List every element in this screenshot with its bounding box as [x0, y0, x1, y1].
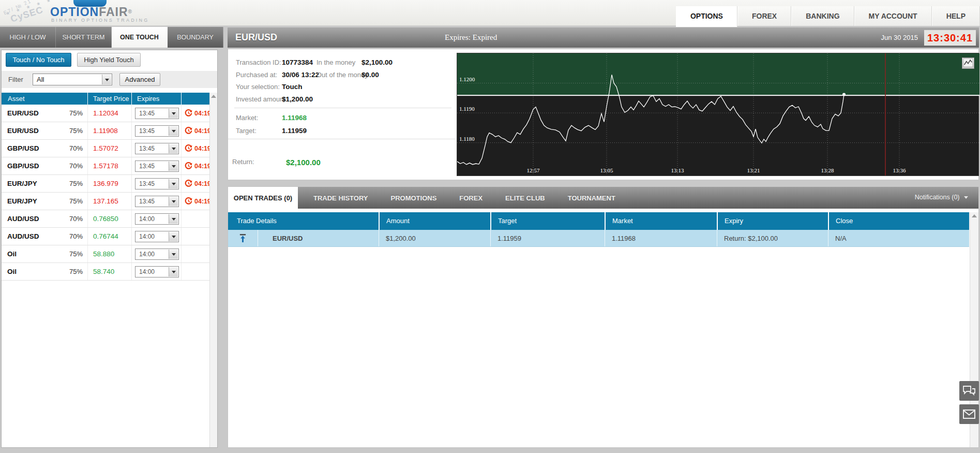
expiry-select[interactable]: 13:45: [135, 178, 179, 189]
transaction-id-row: Transaction ID: 10773384 In the money $2…: [228, 59, 456, 67]
countdown-clock-icon: [185, 127, 192, 135]
open-trade-row[interactable]: EUR/USD $1,200.00 1.11959 1.11968 Return…: [228, 230, 969, 247]
current-time: 13:30:41: [924, 30, 976, 46]
chevron-down-icon[interactable]: [169, 162, 178, 171]
axis-tick-label: 1.1190: [459, 106, 475, 112]
expiry-select-value: 13:45: [139, 127, 155, 135]
scroll-up-arrow-icon[interactable]: [211, 95, 216, 98]
countdown-cell: [181, 210, 210, 227]
expiry-select[interactable]: 13:45: [135, 196, 179, 207]
optionfair-logo[interactable]: OPTIONFAIR® BINARY OPTIONS TRADING: [50, 0, 149, 17]
chevron-down-icon[interactable]: [102, 75, 111, 84]
logo-part-fair: FAIR: [99, 5, 128, 19]
asset-list-scrollbar[interactable]: [209, 93, 217, 447]
chevron-down-icon[interactable]: [169, 179, 178, 188]
expiry-select[interactable]: 13:45: [135, 143, 179, 154]
countdown-cell: 04:19: [181, 157, 211, 174]
chevron-down-icon[interactable]: [169, 144, 178, 153]
chevron-down-icon[interactable]: [169, 197, 178, 206]
trades-tab-tournament[interactable]: TOURNAMENT: [556, 187, 627, 209]
purchased-at-label: Purchased at:: [236, 71, 277, 79]
asset-cell: Oil75%: [2, 263, 87, 280]
live-chat-button[interactable]: [959, 381, 979, 401]
nav-tab-forex[interactable]: FOREX: [737, 6, 791, 26]
timer-col-header: [181, 93, 210, 105]
nav-tab-banking[interactable]: BANKING: [791, 6, 854, 26]
target-price-line: [457, 95, 979, 96]
chevron-down-icon[interactable]: [169, 232, 178, 241]
trades-tab-elite-club[interactable]: ELITE CLUB: [494, 187, 556, 209]
asset-row[interactable]: GBP/USD70%1.5707213:4504:19: [2, 140, 210, 157]
email-button[interactable]: [959, 404, 979, 424]
trades-tab-promotions[interactable]: PROMOTIONS: [379, 187, 448, 209]
asset-name: EUR/JPY: [7, 197, 37, 205]
target-col-header: Target: [490, 212, 605, 230]
chart-type-button[interactable]: [962, 57, 974, 69]
chat-bubbles-icon: [962, 385, 976, 397]
filter-select[interactable]: All: [33, 74, 112, 85]
expiry-select-value: 13:45: [139, 145, 155, 152]
asset-row[interactable]: AUD/USD70%0.7685014:00: [2, 210, 210, 228]
expiry-select[interactable]: 14:00: [135, 249, 179, 260]
notifications-toggle[interactable]: Notifications (0): [915, 194, 968, 201]
expiry-select[interactable]: 14:00: [135, 266, 179, 277]
asset-row[interactable]: Oil75%58.74014:00: [2, 263, 210, 281]
purchased-at-value: 30/06 13:22: [282, 71, 319, 79]
trades-panel: OPEN TRADES (0)TRADE HISTORYPROMOTIONSFO…: [228, 186, 979, 448]
trade-asset: EUR/USD: [258, 230, 379, 246]
asset-payout: 70%: [69, 215, 87, 223]
asset-row[interactable]: EUR/JPY75%137.16513:4504:19: [2, 193, 210, 210]
chevron-down-icon[interactable]: [169, 126, 178, 136]
touch-up-icon: [239, 233, 247, 243]
expiry-select-value: 14:00: [139, 233, 155, 240]
target-label: Target:: [236, 127, 257, 135]
option-tab-high-low[interactable]: HIGH / LOW: [0, 27, 56, 48]
nav-tab-help[interactable]: HELP: [932, 6, 980, 26]
trade-expiry: Return: $2,100.00: [717, 230, 828, 246]
trades-tabbar: OPEN TRADES (0)TRADE HISTORYPROMOTIONSFO…: [228, 187, 978, 209]
advanced-button[interactable]: Advanced: [119, 73, 160, 86]
trades-tab-trade-history[interactable]: TRADE HISTORY: [302, 187, 379, 209]
nav-tab-options[interactable]: OPTIONS: [676, 6, 737, 27]
chevron-down-icon[interactable]: [169, 250, 178, 259]
option-tab-boundary[interactable]: BOUNDARY: [168, 27, 223, 48]
asset-cell: EUR/USD75%: [2, 122, 87, 139]
details-divider-2: [228, 139, 456, 139]
invested-amount-row: Invested amount: $1,200.00: [228, 95, 456, 104]
option-tab-short-term[interactable]: SHORT TERM: [56, 27, 112, 48]
logo-tagline: BINARY OPTIONS TRADING: [51, 18, 149, 23]
asset-row[interactable]: EUR/USD75%1.1190813:4504:19: [2, 122, 210, 140]
expiry-cell: 13:45: [131, 105, 181, 122]
chevron-down-icon[interactable]: [169, 214, 178, 224]
countdown-clock-icon: [185, 197, 192, 205]
purchased-at-row: Purchased at: 30/06 13:22 Out of the mon…: [228, 71, 456, 79]
countdown-cell: 04:19: [181, 175, 211, 192]
topbar: E7/ № 21 ★ ★ ★ ★ ★ ★ CySEC OPTIONFAIR® B…: [0, 0, 980, 26]
return-row: Return: $2,100.00: [228, 158, 456, 166]
asset-row[interactable]: Oil75%58.88014:00: [2, 245, 210, 263]
countdown-cell: [181, 228, 210, 245]
asset-row[interactable]: GBP/USD70%1.5717813:4504:19: [2, 157, 210, 175]
invested-amount-value: $1,200.00: [282, 95, 313, 103]
asset-row[interactable]: EUR/JPY75%136.97913:4504:19: [2, 175, 210, 193]
target-price-cell: 136.979: [87, 175, 131, 192]
expiry-select[interactable]: 13:45: [135, 108, 179, 119]
expiry-select[interactable]: 13:45: [135, 125, 179, 137]
touch-no-touch-button[interactable]: Touch / No Touch: [6, 53, 71, 67]
expiry-select-value: 14:00: [139, 215, 155, 223]
expiry-select[interactable]: 14:00: [135, 231, 179, 242]
expiry-select[interactable]: 13:45: [135, 160, 179, 172]
asset-row[interactable]: EUR/USD75%1.1203413:4504:19: [2, 105, 210, 122]
high-yield-touch-button[interactable]: High Yield Touch: [77, 53, 141, 67]
nav-tab-my-account[interactable]: MY ACCOUNT: [854, 6, 932, 26]
scroll-up-arrow-icon[interactable]: [972, 214, 977, 217]
option-tab-one-touch[interactable]: ONE TOUCH: [112, 27, 168, 48]
chevron-down-icon[interactable]: [169, 267, 178, 276]
price-chart[interactable]: 1.12001.11901.118012:5713:0513:1313:2113…: [457, 53, 979, 176]
trades-tab-forex[interactable]: FOREX: [448, 187, 494, 209]
asset-row[interactable]: AUD/USD70%0.7674414:00: [2, 228, 210, 245]
asset-name: AUD/USD: [7, 232, 39, 240]
trades-tab-open-trades-0-[interactable]: OPEN TRADES (0): [228, 187, 298, 209]
expiry-select[interactable]: 14:00: [135, 213, 179, 225]
chevron-down-icon[interactable]: [169, 109, 178, 118]
